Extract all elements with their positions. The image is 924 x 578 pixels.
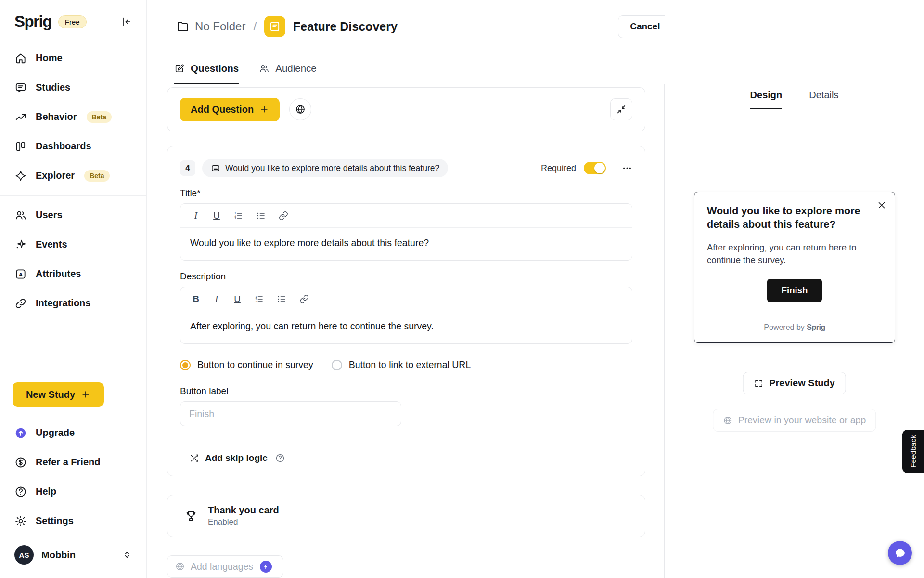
- divider: [614, 162, 614, 174]
- beta-badge: Beta: [87, 111, 112, 123]
- button-label-label: Button label: [180, 386, 632, 396]
- breadcrumb-separator: /: [253, 20, 257, 33]
- radio-selected-icon: [180, 360, 191, 370]
- sidebar-item-settings[interactable]: Settings: [0, 506, 146, 536]
- collapse-all-button[interactable]: [610, 98, 632, 120]
- pencil-icon: [174, 63, 185, 74]
- close-icon[interactable]: [876, 200, 887, 210]
- add-question-button[interactable]: Add Question: [180, 98, 280, 121]
- new-study-button[interactable]: New Study: [13, 382, 104, 407]
- link-icon[interactable]: [299, 294, 309, 304]
- ordered-list-icon[interactable]: 123: [254, 294, 264, 304]
- sidebar-item-label: Home: [36, 53, 63, 64]
- beta-badge: Beta: [84, 170, 109, 182]
- collapse-sidebar-icon[interactable]: [120, 16, 132, 27]
- sidebar-item-label: Refer a Friend: [36, 457, 100, 468]
- collapse-diagonal-icon: [616, 104, 627, 115]
- account-name: Mobbin: [41, 550, 76, 561]
- add-languages-button[interactable]: Add languages: [167, 555, 283, 578]
- button-label-input[interactable]: [180, 401, 401, 426]
- finish-button[interactable]: Finish: [767, 279, 822, 302]
- preview-in-website-label: Preview in your website or app: [738, 415, 866, 426]
- sidebar-nav-secondary: Users Events A Attributes Integrations: [0, 200, 146, 318]
- tab-questions[interactable]: Questions: [174, 53, 239, 84]
- main-tabs: Questions Audience: [147, 53, 664, 84]
- help-circle-icon[interactable]: [275, 453, 285, 463]
- tab-audience[interactable]: Audience: [259, 53, 316, 84]
- required-label: Required: [541, 163, 576, 173]
- new-study-label: New Study: [26, 389, 75, 400]
- thank-you-card[interactable]: Thank you card Enabled: [167, 495, 645, 537]
- sidebar-header: Sprig Free: [0, 13, 146, 31]
- sidebar-item-label: Dashboards: [36, 141, 91, 152]
- underline-icon[interactable]: U: [213, 210, 220, 221]
- radio-continue-in-survey[interactable]: Button to continue in survey: [180, 359, 313, 370]
- sidebar-item-users[interactable]: Users: [0, 200, 146, 230]
- sidebar-item-label: Studies: [36, 82, 70, 93]
- italic-icon[interactable]: I: [192, 210, 200, 221]
- chat-widget-button[interactable]: [888, 541, 912, 565]
- sidebar-item-integrations[interactable]: Integrations: [0, 289, 146, 318]
- preview-description-text: After exploring, you can return here to …: [707, 241, 882, 267]
- globe-icon: [175, 562, 185, 571]
- required-toggle[interactable]: [584, 162, 606, 174]
- help-icon: [14, 486, 27, 498]
- preview-in-website-button[interactable]: Preview in your website or app: [713, 409, 876, 432]
- sidebar-item-attributes[interactable]: A Attributes: [0, 259, 146, 289]
- page-title: Feature Discovery: [293, 20, 398, 34]
- sidebar-item-events[interactable]: Events: [0, 230, 146, 259]
- sidebar-item-label: Help: [36, 486, 56, 497]
- radio-link-external-url[interactable]: Button to link to external URL: [332, 359, 471, 370]
- underline-icon[interactable]: U: [233, 294, 241, 304]
- description-input[interactable]: After exploring, you can return here to …: [180, 311, 632, 343]
- italic-icon[interactable]: I: [213, 294, 220, 304]
- sidebar-item-explorer[interactable]: Explorer Beta: [0, 161, 146, 190]
- folder-icon: [177, 20, 189, 33]
- sidebar-item-upgrade[interactable]: Upgrade: [0, 418, 146, 447]
- sidebar-item-refer-a-friend[interactable]: Refer a Friend: [0, 447, 146, 477]
- sidebar-item-behavior[interactable]: Behavior Beta: [0, 102, 146, 131]
- tab-design[interactable]: Design: [750, 90, 783, 109]
- users-icon: [14, 209, 27, 222]
- bold-icon[interactable]: B: [192, 294, 200, 304]
- design-panel-tabs: Design Details: [665, 90, 924, 109]
- title-label: Title*: [180, 188, 632, 198]
- globe-icon: [295, 104, 306, 115]
- more-options-icon[interactable]: [622, 163, 632, 173]
- skip-logic-row: Add skip logic: [180, 441, 632, 466]
- tab-details[interactable]: Details: [809, 90, 838, 109]
- sidebar-item-help[interactable]: Help: [0, 477, 146, 506]
- question-summary-label: Would you like to explore more details a…: [225, 163, 439, 173]
- dollar-icon: [14, 456, 27, 469]
- bullet-list-icon[interactable]: [256, 211, 266, 221]
- bullet-list-icon[interactable]: [277, 294, 286, 304]
- survey-preview-card: Would you like to explore more details a…: [694, 192, 895, 343]
- question-summary-pill[interactable]: Would you like to explore more details a…: [202, 159, 448, 177]
- add-question-label: Add Question: [191, 104, 254, 115]
- account-menu[interactable]: AS Mobbin: [0, 541, 146, 568]
- feedback-tab[interactable]: Feedback: [902, 430, 924, 473]
- cancel-button[interactable]: Cancel: [618, 15, 672, 38]
- question-header-controls: Required: [541, 162, 632, 174]
- link-icon[interactable]: [279, 211, 288, 221]
- preview-study-button[interactable]: Preview Study: [743, 372, 846, 394]
- behavior-icon: [14, 111, 27, 123]
- sidebar-item-studies[interactable]: Studies: [0, 73, 146, 102]
- title-editor: I U 123 Would you like to explore more d…: [180, 203, 632, 261]
- sidebar-item-dashboards[interactable]: Dashboards: [0, 131, 146, 161]
- ordered-list-icon[interactable]: 123: [233, 211, 243, 221]
- preview-progress-fill: [718, 315, 840, 315]
- sidebar-item-label: Events: [36, 239, 67, 250]
- sidebar-item-label: Behavior: [36, 111, 77, 122]
- chat-icon: [894, 547, 907, 560]
- gear-icon: [14, 515, 27, 527]
- breadcrumb-folder[interactable]: No Folder: [177, 20, 245, 33]
- sprig-logo[interactable]: Sprig: [14, 13, 51, 31]
- sidebar-item-label: Users: [36, 210, 63, 221]
- add-skip-logic-button[interactable]: Add skip logic: [190, 453, 268, 463]
- attributes-icon: A: [14, 268, 27, 280]
- plus-icon: [259, 105, 269, 114]
- languages-globe-button[interactable]: [289, 98, 311, 120]
- title-input[interactable]: Would you like to explore more details a…: [180, 228, 632, 260]
- sidebar-item-home[interactable]: Home: [0, 43, 146, 73]
